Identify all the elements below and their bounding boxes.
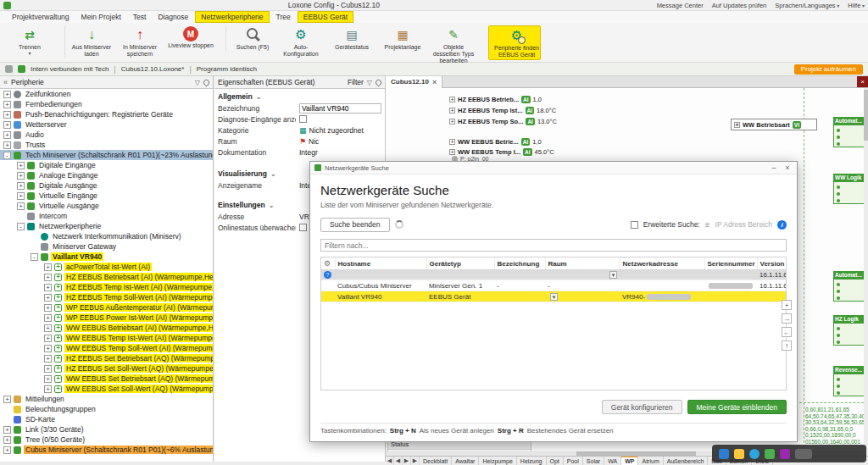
expand-toggle-icon[interactable]: + xyxy=(17,162,25,169)
expand-toggle-icon[interactable]: + xyxy=(44,314,52,322)
room-filter-dropdown[interactable] xyxy=(609,271,617,279)
tree-item[interactable]: + Mitteilungen xyxy=(0,394,213,404)
tree-item[interactable]: + Analoge Eingänge xyxy=(0,170,213,180)
expand-toggle-icon[interactable]: + xyxy=(44,365,52,373)
tree-item[interactable]: + Digitale Eingänge xyxy=(0,160,213,170)
add-button[interactable] xyxy=(782,300,792,310)
expand-toggle-icon[interactable]: + xyxy=(17,202,25,210)
toolbar-button[interactable]: Auto-Konfiguration xyxy=(276,25,326,58)
tree-item[interactable]: SD-Karte xyxy=(0,414,213,424)
expand-toggle-icon[interactable] xyxy=(449,149,455,155)
expand-toggle-icon[interactable]: + xyxy=(3,396,11,403)
app-purple-icon[interactable] xyxy=(780,449,790,459)
expand-toggle-icon[interactable]: - xyxy=(17,223,25,230)
expand-toggle-icon[interactable] xyxy=(449,97,455,102)
page-tab[interactable]: Solar xyxy=(583,457,604,465)
help-icon[interactable] xyxy=(324,271,331,279)
expand-toggle-icon[interactable] xyxy=(734,122,740,128)
expand-toggle-icon[interactable]: + xyxy=(44,294,52,302)
expand-toggle-icon[interactable] xyxy=(449,119,455,125)
tree-item[interactable]: + Trusts xyxy=(0,140,213,150)
expand-toggle-icon[interactable] xyxy=(449,139,455,145)
expand-toggle-icon[interactable]: + xyxy=(3,121,11,129)
scrollbar-thumb[interactable] xyxy=(864,90,868,141)
tree-item[interactable]: + WW EEBUS Set Soll-Wert (AQ) (Wärmepump… xyxy=(0,384,213,394)
menu-item[interactable]: Tree xyxy=(271,12,296,22)
titlebar-menu-item[interactable]: Hilfe xyxy=(848,2,865,9)
titlebar-menu-item[interactable]: Auf Updates prüfen xyxy=(712,2,767,9)
cleanup-project-button[interactable]: Projekt aufräumen xyxy=(794,64,863,75)
nav-next-icon[interactable]: ▶ xyxy=(403,457,411,465)
tree-item[interactable]: Beleuchtungsgruppen xyxy=(0,404,213,414)
expand-toggle-icon[interactable]: + xyxy=(17,182,25,190)
expand-toggle-icon[interactable]: + xyxy=(3,141,11,149)
virtual-input-block[interactable]: WW Betriebsart VI xyxy=(731,119,817,130)
sensor-row[interactable]: HZ EEBUS Temp Ist... AI 18.0°C xyxy=(449,106,556,115)
page-tab[interactable]: Heizung xyxy=(517,457,547,465)
expand-toggle-icon[interactable]: + xyxy=(3,101,11,108)
function-block[interactable]: WW Logik xyxy=(833,174,868,204)
expand-toggle-icon[interactable]: + xyxy=(3,426,11,434)
page-tab[interactable]: WP xyxy=(621,457,638,465)
toolbar-button[interactable]: Liveview stoppen xyxy=(166,25,215,50)
menu-item[interactable]: Netzwerkperipherie xyxy=(195,11,269,23)
nav-first-icon[interactable]: ◀ xyxy=(386,457,394,465)
nav-last-icon[interactable]: ▶ xyxy=(411,457,420,465)
dialog-titlebar[interactable]: Netzwerkgeräte Suche xyxy=(310,162,797,174)
kategorie-value[interactable]: Nicht zugeordnet xyxy=(299,126,381,135)
tree-item[interactable]: + WW EEBUS Temp Soll-Wert (AI) (Wärmepum… xyxy=(0,343,213,353)
menu-item[interactable]: Diagnose xyxy=(153,12,193,22)
tree-item[interactable]: + Fernbedienungen xyxy=(0,99,213,109)
tree-item[interactable]: + Wetterserver xyxy=(0,119,213,130)
toolbar-button[interactable]: Projektanlage xyxy=(378,25,427,52)
toolbar-button[interactable]: Peripherie finden EEBUS Gerät xyxy=(488,25,541,60)
arrow-left-button[interactable] xyxy=(782,327,792,337)
raum-value[interactable]: Nic xyxy=(299,137,381,146)
device-row[interactable]: Cubus/Cubus Miniserver Miniserver Gen. 1… xyxy=(321,280,787,291)
tree-item[interactable]: + Virtuelle Eingänge xyxy=(0,191,213,201)
tree-item[interactable]: Intercom xyxy=(0,211,213,221)
tree-item[interactable]: + HZ EEBUS Set Soll-Wert (AQ) (Wärmepump… xyxy=(0,363,213,374)
configure-device-button[interactable]: Gerät konfigurieren xyxy=(602,400,682,414)
expand-toggle-icon[interactable] xyxy=(449,108,455,113)
expand-toggle-icon[interactable]: - xyxy=(3,152,11,159)
nav-prev-icon[interactable]: ◀ xyxy=(394,457,403,465)
tree-item[interactable]: + Virtuelle Ausgänge xyxy=(0,201,213,211)
tree-item[interactable]: - Netzwerkperipherie xyxy=(0,221,213,231)
arrow-right-button[interactable] xyxy=(782,313,792,324)
tree-item[interactable]: + HZ EEBUS Betriebsart (AI) (Wärmepumpe,… xyxy=(0,272,213,282)
tree-item[interactable]: + HZ EEBUS Set Betriebsart (AQ) (Wärmepu… xyxy=(0,353,213,363)
tree-item[interactable]: + HZ EEBUS Temp Soll-Wert (AI) (Wärmepum… xyxy=(0,292,213,302)
expand-toggle-icon[interactable]: + xyxy=(3,436,11,444)
sensor-row[interactable]: HZ EEBUS Betrieb... AI 1,0 xyxy=(449,95,542,104)
section-allgemein[interactable]: Allgemein xyxy=(214,89,385,102)
toolbar-button[interactable]: Aus Miniserver laden xyxy=(64,25,114,58)
dokumentation-value[interactable]: Integr xyxy=(299,148,381,157)
tree-item[interactable]: + Audio xyxy=(0,130,213,140)
tray-icon[interactable] xyxy=(795,449,812,459)
edge-icon[interactable] xyxy=(749,449,760,459)
tree-item[interactable]: + Cubus Miniserver (Schaltschrank R01 P0… xyxy=(0,445,213,455)
page-tab[interactable]: Außenbereich xyxy=(664,457,709,465)
expand-toggle-icon[interactable]: - xyxy=(31,253,38,261)
tree-item[interactable]: Netzwerk Interkommunikation (Miniserv) xyxy=(0,231,213,241)
tree-item[interactable]: + Zeitfunktionen xyxy=(0,89,213,99)
panel-toggle-icon[interactable] xyxy=(5,65,13,73)
toolbar-button[interactable]: Trennen xyxy=(5,25,54,56)
toolbar-button[interactable]: Objekte desselben Typs bearbeiten xyxy=(429,25,478,65)
function-block[interactable]: Revense... xyxy=(833,366,868,396)
tree-item[interactable]: + acPowerTotal Ist-Wert (AI) xyxy=(0,262,213,272)
col-geraetetyp[interactable]: Gerätetyp xyxy=(426,257,494,270)
pin-panel-icon[interactable] xyxy=(203,78,211,86)
onlinestatus-checkbox[interactable] xyxy=(299,224,307,231)
tree-item[interactable]: + HZ EEBUS Temp Ist-Wert (AI) (Wärmepump… xyxy=(0,282,213,292)
bezeichnung-input[interactable] xyxy=(299,103,381,113)
tree-item[interactable]: + WP EEBUS Power Ist-Wert (AI) (Wärmepum… xyxy=(0,313,213,323)
expand-toggle-icon[interactable]: + xyxy=(44,375,52,383)
page-tab[interactable]: Atrium xyxy=(638,457,663,465)
menu-item[interactable]: Mein Projekt xyxy=(76,12,126,22)
tree-item[interactable]: + WP EEBUS Außentemperatur (AI) (Wärmepu… xyxy=(0,302,213,313)
function-block[interactable]: Automat... xyxy=(833,117,868,147)
menu-item[interactable]: EEBUS Gerät xyxy=(298,11,353,23)
expand-toggle-icon[interactable]: + xyxy=(3,446,11,454)
